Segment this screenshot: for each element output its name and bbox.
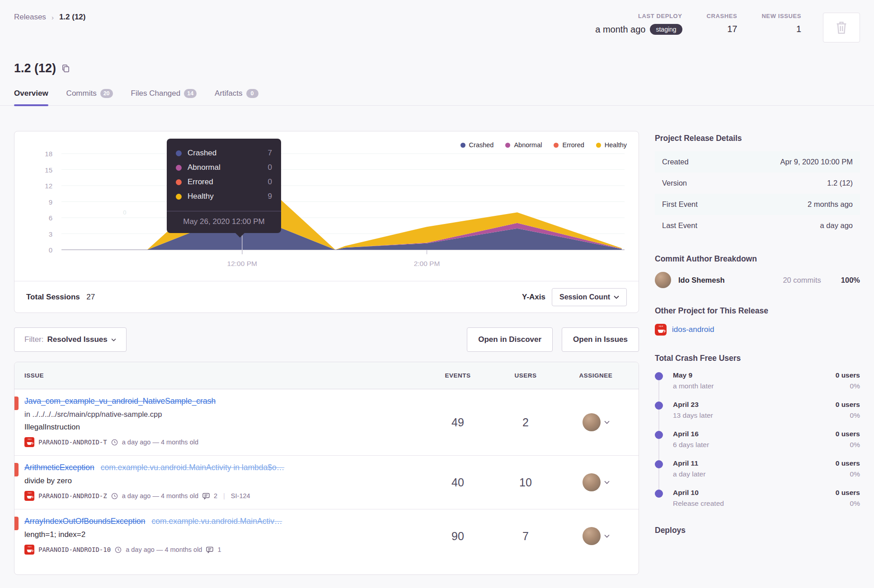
last-deploy-value: a month ago — [595, 24, 645, 35]
open-in-issues-button[interactable]: Open in Issues — [562, 327, 639, 352]
open-in-discover-button[interactable]: Open in Discover — [467, 327, 553, 352]
assignee-avatar[interactable] — [583, 413, 601, 431]
detail-label: First Event — [662, 200, 698, 209]
section-heading: Deploys — [655, 526, 860, 535]
svg-text:12:00 PM: 12:00 PM — [227, 260, 257, 267]
legend-item-healthy[interactable]: Healthy — [596, 141, 627, 149]
timeline-dot-icon — [655, 372, 663, 380]
entry-subtitle: 13 days later — [673, 411, 836, 420]
detail-label: Created — [662, 158, 689, 166]
issue-subtitle: IllegalInstruction — [24, 423, 419, 432]
healthy-dot-icon — [176, 194, 182, 200]
legend-item-crashed[interactable]: Crashed — [460, 141, 494, 149]
page-header: Releases › 1.2 (12) LAST DEPLOY a month … — [14, 0, 860, 42]
entry-percent: 0% — [836, 441, 860, 449]
entry-subtitle: a day later — [673, 470, 836, 478]
page-title: 1.2 (12) — [14, 61, 56, 75]
detail-row: Last Event a day ago — [655, 215, 860, 236]
crash-free-entry: April 16 6 days later 0 users 0% — [655, 430, 860, 449]
project-slug[interactable]: PARANOID-ANDROID-T — [38, 439, 107, 446]
project-release-details: Project Release Details Created Apr 9, 2… — [655, 134, 860, 236]
legend-label: Abnormal — [514, 141, 542, 149]
project-slug[interactable]: PARANOID-ANDROID-Z — [38, 492, 107, 499]
timeline-dot-icon — [655, 490, 663, 498]
detail-row: Created Apr 9, 2020 10:00 PM — [655, 151, 860, 173]
tab-files-changed[interactable]: Files Changed 14 — [131, 89, 197, 105]
issues-filter-dropdown[interactable]: Filter: Resolved Issues — [14, 327, 127, 352]
issue-title-link[interactable]: ArrayIndexOutOfBoundsException — [24, 517, 146, 526]
breadcrumb-releases[interactable]: Releases — [14, 13, 46, 22]
legend-item-errored[interactable]: Errored — [554, 141, 584, 149]
crash-free-entry: April 11 a day later 0 users 0% — [655, 459, 860, 478]
issue-comments-count: 2 — [214, 492, 217, 499]
issue-events-count: 40 — [424, 476, 492, 489]
entry-users: 0 users — [836, 371, 860, 379]
author-row: Ido Shemesh 20 commits 100% — [655, 272, 860, 288]
entry-date: April 23 — [673, 401, 836, 409]
svg-text:3: 3 — [49, 230, 52, 238]
trash-icon — [835, 21, 848, 34]
issues-table: ISSUE EVENTS USERS ASSIGNEE Java_com_exa… — [14, 362, 639, 575]
chevron-down-icon[interactable] — [604, 420, 610, 424]
issue-culprit[interactable]: com.example.vu.android.MainActivity in l… — [101, 463, 285, 472]
entry-date: April 10 — [673, 489, 836, 497]
tab-overview[interactable]: Overview — [14, 89, 48, 105]
entry-date: April 11 — [673, 459, 836, 467]
detail-row: First Event 2 months ago — [655, 194, 860, 215]
entry-date: May 9 — [673, 371, 836, 379]
tooltip-abnormal-value: 0 — [268, 163, 272, 172]
chart-tooltip: Crashed 7 Abnormal 0 Errored 0 Healthy 9 — [167, 139, 281, 233]
entry-users: 0 users — [836, 401, 860, 409]
assignee-avatar[interactable] — [583, 473, 601, 491]
legend-item-abnormal[interactable]: Abnormal — [505, 141, 542, 149]
chevron-down-icon — [614, 295, 619, 299]
tab-commits[interactable]: Commits 20 — [66, 89, 113, 105]
crashed-dot-icon — [176, 150, 182, 156]
svg-text:12: 12 — [45, 182, 52, 190]
java-platform-icon — [24, 545, 34, 555]
copy-icon[interactable] — [61, 64, 70, 73]
assignee-avatar[interactable] — [583, 527, 601, 545]
project-link[interactable]: idos-android — [672, 325, 714, 334]
entry-subtitle: 6 days later — [673, 441, 836, 449]
tooltip-crashed-label: Crashed — [188, 149, 216, 158]
issue-title-link[interactable]: ArithmeticException — [24, 463, 94, 472]
comments-icon — [202, 493, 210, 499]
svg-text:2:00 PM: 2:00 PM — [414, 260, 440, 267]
issue-culprit[interactable]: com.example.vu.android.MainActiv… — [152, 517, 282, 526]
chevron-down-icon[interactable] — [604, 534, 610, 538]
detail-value: 2 months ago — [808, 200, 853, 209]
issue-comments-count: 1 — [217, 546, 221, 553]
clock-icon — [111, 493, 118, 499]
entry-percent: 0% — [836, 499, 860, 508]
author-commit-count: 20 commits — [783, 276, 821, 285]
project-slug[interactable]: PARANOID-ANDROID-10 — [38, 546, 111, 553]
tab-bar: Overview Commits 20 Files Changed 14 Art… — [0, 89, 874, 106]
detail-value: 1.2 (12) — [827, 179, 853, 187]
section-heading: Project Release Details — [655, 134, 860, 143]
new-issues-label: NEW ISSUES — [761, 13, 801, 19]
issue-row: ArithmeticExceptioncom.example.vu.androi… — [14, 456, 639, 509]
last-deploy-label: LAST DEPLOY — [595, 13, 682, 19]
issues-table-header: ISSUE EVENTS USERS ASSIGNEE — [14, 362, 639, 389]
section-heading: Other Project for This Release — [655, 306, 860, 316]
issue-title-link[interactable]: Java_com_example_vu_android_NativeSample… — [24, 397, 216, 406]
entry-users: 0 users — [836, 430, 860, 438]
crashes-label: CRASHES — [707, 13, 738, 19]
chevron-down-icon[interactable] — [604, 481, 610, 484]
crashed-dot-icon — [460, 143, 465, 148]
author-name: Ido Shemesh — [678, 276, 775, 285]
tooltip-date: May 26, 2020 12:00 PM — [167, 211, 281, 233]
yaxis-select[interactable]: Session Count — [552, 288, 627, 306]
sessions-area-chart[interactable]: 0369121518012:00 PM2:00 PM — [23, 134, 629, 270]
delete-release-button[interactable] — [823, 13, 860, 42]
tab-artifacts[interactable]: Artifacts 0 — [215, 89, 258, 105]
environment-badge: staging — [650, 24, 682, 35]
detail-label: Last Event — [662, 221, 697, 230]
tooltip-crashed-value: 7 — [268, 149, 272, 158]
svg-text:15: 15 — [45, 166, 52, 174]
java-platform-icon — [24, 491, 34, 501]
crashes-value: 17 — [707, 24, 738, 34]
column-events: EVENTS — [424, 372, 492, 379]
column-users: USERS — [492, 372, 559, 379]
